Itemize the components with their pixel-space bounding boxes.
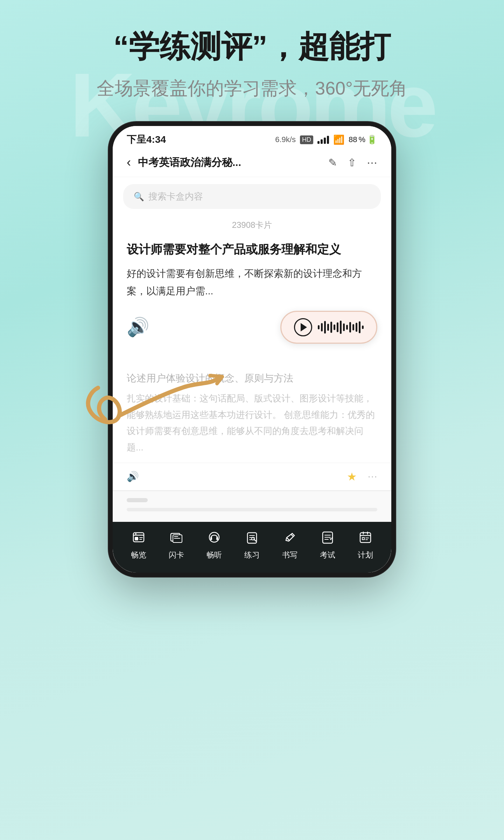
nav-item-flashcard[interactable]: 闪卡 [169,531,184,560]
browse-label: 畅览 [131,550,146,560]
svg-rect-6 [210,537,212,540]
sub-title: 全场景覆盖你的学习需求，360°无死角 [21,76,483,101]
star-icon[interactable]: ★ [347,470,357,483]
wave-bar [346,325,348,330]
wave-bar [343,323,345,331]
signal-bar-3 [324,138,326,144]
wave-bar [352,324,354,330]
preview-line-2 [127,508,377,511]
nav-icons: ✎ ⇧ ⋯ [328,156,377,169]
signal-bar-2 [321,139,323,144]
svg-rect-2 [135,537,138,540]
more-icon[interactable]: ⋯ [367,156,377,169]
flashcard-label: 闪卡 [169,550,184,560]
nav-bar: ‹ 中考英语政治满分秘... ✎ ⇧ ⋯ [113,150,391,177]
audio-player-pill[interactable] [280,311,377,344]
browse-icon [132,531,145,547]
exam-label: 考试 [320,550,335,560]
status-right: 6.9k/s HD 📶 88% 🔋 [275,134,377,145]
wave-bar [362,326,364,329]
signal-bar-1 [317,141,320,144]
card-title: 设计师需要对整个产品或服务理解和定义 [127,241,377,258]
secondary-card-title: 论述用户体验设计的概念、原则与方法 [127,372,377,385]
flashcard-icon [170,531,183,547]
svg-rect-7 [216,537,218,540]
svg-point-1 [135,533,136,534]
play-button[interactable] [294,318,312,336]
main-card: 设计师需要对整个产品或服务理解和定义 好的设计需要有创新思维，不断探索新的设计理… [113,238,391,364]
practice-icon [245,531,259,547]
battery-icon: 🔋 [367,135,377,145]
preview-line-1 [127,498,148,502]
nav-item-plan[interactable]: 计划 [358,531,373,560]
listen-label: 畅听 [206,550,222,560]
status-bar: 下呈4:34 6.9k/s HD 📶 88% 🔋 [113,126,391,150]
bottom-nav: 畅览 闪卡 [113,522,391,573]
next-card-preview [113,490,391,522]
header-section: “学练测评”，超能打 全场景覆盖你的学习需求，360°无死角 [0,0,504,122]
phone-container: 下呈4:34 6.9k/s HD 📶 88% 🔋 [0,122,504,577]
search-placeholder: 搜索卡盒内容 [148,190,203,203]
wave-bar [321,323,323,331]
plan-icon [359,531,372,547]
wave-bar [334,324,335,330]
wave-bar [327,324,329,331]
exam-icon [321,531,334,547]
nav-item-write[interactable]: 书写 [282,531,298,560]
battery-percent: 88 [349,135,357,144]
main-title: “学练测评”，超能打 [21,28,483,65]
wave-bar [349,322,351,332]
nav-item-practice[interactable]: 练习 [244,531,260,560]
back-button[interactable]: ‹ [127,155,131,170]
share-icon[interactable]: ⇧ [348,156,356,169]
svg-rect-11 [360,533,371,542]
write-icon [283,531,296,547]
cards-count: 23908卡片 [113,216,391,238]
wave-bar [324,321,326,334]
phone-mockup: 下呈4:34 6.9k/s HD 📶 88% 🔋 [108,122,396,577]
search-bar[interactable]: 🔍 搜索卡盒内容 [123,184,381,209]
play-triangle-icon [301,323,307,331]
hd-badge: HD [300,135,313,144]
wifi-icon: 📶 [333,134,344,145]
signal-bar-4 [327,136,329,144]
audio-row: 🔊 [127,311,377,344]
status-time: 下呈4:34 [127,133,166,146]
nav-title: 中考英语政治满分秘... [138,155,328,170]
wave-bar [359,321,360,333]
practice-label: 练习 [244,550,260,560]
wave-bar [330,322,332,333]
card-text: 好的设计需要有创新思维，不断探索新的设计理念和方案，以满足用户需... [127,265,377,300]
speaker-icon[interactable]: 🔊 [127,316,149,338]
search-icon: 🔍 [134,192,144,202]
wave-bar [337,322,338,332]
footer-actions: ★ ⋯ [347,470,377,483]
wave-bar [340,321,342,334]
wave-bar [356,323,357,332]
waveform [318,320,364,334]
edit-icon[interactable]: ✎ [328,156,337,169]
secondary-card-text: 扎实的设计基础：这句话配局、版式设计、图形设计等技能，能够熟练地运用这些基本功进… [127,390,377,456]
write-label: 书写 [282,550,298,560]
wave-bar [318,325,320,329]
nav-item-exam[interactable]: 考试 [320,531,335,560]
nav-item-listen[interactable]: 畅听 [206,531,222,560]
footer-more-icon[interactable]: ⋯ [368,471,377,482]
listen-icon [208,531,221,547]
secondary-card: 论述用户体验设计的概念、原则与方法 扎实的设计基础：这句话配局、版式设计、图形设… [113,365,391,463]
nav-item-browse[interactable]: 畅览 [131,531,146,560]
network-speed: 6.9k/s [275,135,296,144]
signal-bars [317,135,329,144]
page-wrapper: Keyrome “学练测评”，超能打 全场景覆盖你的学习需求，360°无死角 下… [0,0,504,840]
card-footer: 🔊 ★ ⋯ [113,463,391,490]
footer-sound-icon[interactable]: 🔊 [127,471,139,482]
plan-label: 计划 [358,550,373,560]
battery-status: 88% 🔋 [349,135,377,145]
